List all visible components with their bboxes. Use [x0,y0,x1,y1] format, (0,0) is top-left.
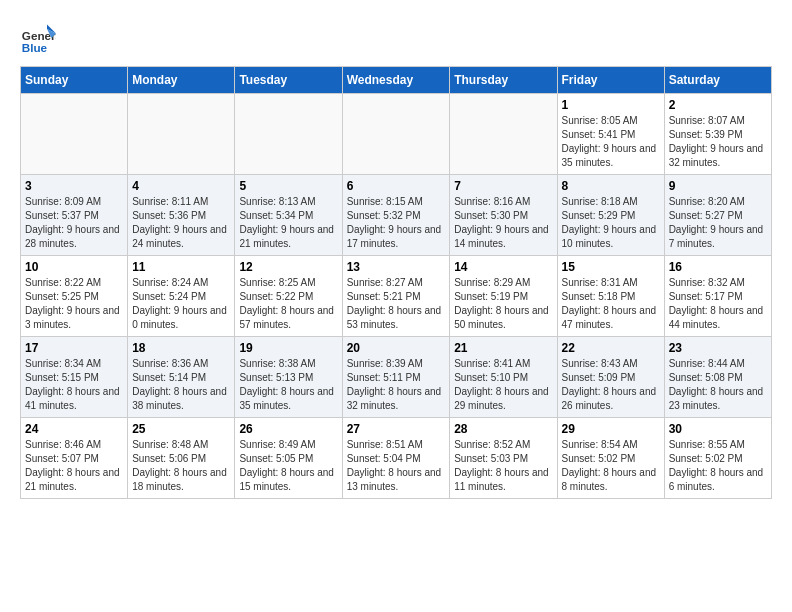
day-info: Sunrise: 8:52 AM Sunset: 5:03 PM Dayligh… [454,438,552,494]
calendar-cell: 15Sunrise: 8:31 AM Sunset: 5:18 PM Dayli… [557,256,664,337]
day-info: Sunrise: 8:36 AM Sunset: 5:14 PM Dayligh… [132,357,230,413]
day-number: 9 [669,179,767,193]
calendar-cell: 24Sunrise: 8:46 AM Sunset: 5:07 PM Dayli… [21,418,128,499]
day-info: Sunrise: 8:05 AM Sunset: 5:41 PM Dayligh… [562,114,660,170]
weekday-sunday: Sunday [21,67,128,94]
day-number: 20 [347,341,446,355]
svg-text:Blue: Blue [22,41,48,54]
calendar-cell [235,94,342,175]
calendar-cell: 26Sunrise: 8:49 AM Sunset: 5:05 PM Dayli… [235,418,342,499]
day-info: Sunrise: 8:43 AM Sunset: 5:09 PM Dayligh… [562,357,660,413]
weekday-tuesday: Tuesday [235,67,342,94]
day-number: 4 [132,179,230,193]
day-info: Sunrise: 8:29 AM Sunset: 5:19 PM Dayligh… [454,276,552,332]
calendar-cell [342,94,450,175]
weekday-wednesday: Wednesday [342,67,450,94]
day-number: 26 [239,422,337,436]
day-number: 15 [562,260,660,274]
day-info: Sunrise: 8:27 AM Sunset: 5:21 PM Dayligh… [347,276,446,332]
calendar-cell: 9Sunrise: 8:20 AM Sunset: 5:27 PM Daylig… [664,175,771,256]
calendar-cell: 16Sunrise: 8:32 AM Sunset: 5:17 PM Dayli… [664,256,771,337]
calendar-cell: 6Sunrise: 8:15 AM Sunset: 5:32 PM Daylig… [342,175,450,256]
day-info: Sunrise: 8:34 AM Sunset: 5:15 PM Dayligh… [25,357,123,413]
day-number: 29 [562,422,660,436]
day-info: Sunrise: 8:54 AM Sunset: 5:02 PM Dayligh… [562,438,660,494]
calendar-week-3: 10Sunrise: 8:22 AM Sunset: 5:25 PM Dayli… [21,256,772,337]
weekday-friday: Friday [557,67,664,94]
day-number: 16 [669,260,767,274]
day-info: Sunrise: 8:46 AM Sunset: 5:07 PM Dayligh… [25,438,123,494]
day-info: Sunrise: 8:48 AM Sunset: 5:06 PM Dayligh… [132,438,230,494]
day-number: 10 [25,260,123,274]
day-info: Sunrise: 8:32 AM Sunset: 5:17 PM Dayligh… [669,276,767,332]
day-info: Sunrise: 8:11 AM Sunset: 5:36 PM Dayligh… [132,195,230,251]
day-number: 27 [347,422,446,436]
day-number: 19 [239,341,337,355]
day-number: 3 [25,179,123,193]
calendar-cell: 3Sunrise: 8:09 AM Sunset: 5:37 PM Daylig… [21,175,128,256]
calendar-cell: 17Sunrise: 8:34 AM Sunset: 5:15 PM Dayli… [21,337,128,418]
day-number: 25 [132,422,230,436]
day-info: Sunrise: 8:38 AM Sunset: 5:13 PM Dayligh… [239,357,337,413]
logo-icon: General Blue [20,20,56,56]
calendar-cell: 28Sunrise: 8:52 AM Sunset: 5:03 PM Dayli… [450,418,557,499]
day-number: 28 [454,422,552,436]
day-info: Sunrise: 8:09 AM Sunset: 5:37 PM Dayligh… [25,195,123,251]
calendar-cell: 19Sunrise: 8:38 AM Sunset: 5:13 PM Dayli… [235,337,342,418]
day-number: 14 [454,260,552,274]
day-info: Sunrise: 8:15 AM Sunset: 5:32 PM Dayligh… [347,195,446,251]
page-header: General Blue [20,20,772,56]
calendar-cell: 23Sunrise: 8:44 AM Sunset: 5:08 PM Dayli… [664,337,771,418]
calendar-cell: 14Sunrise: 8:29 AM Sunset: 5:19 PM Dayli… [450,256,557,337]
calendar-cell: 30Sunrise: 8:55 AM Sunset: 5:02 PM Dayli… [664,418,771,499]
weekday-saturday: Saturday [664,67,771,94]
day-number: 22 [562,341,660,355]
calendar-cell: 20Sunrise: 8:39 AM Sunset: 5:11 PM Dayli… [342,337,450,418]
calendar-cell [450,94,557,175]
calendar-cell: 25Sunrise: 8:48 AM Sunset: 5:06 PM Dayli… [128,418,235,499]
calendar-week-2: 3Sunrise: 8:09 AM Sunset: 5:37 PM Daylig… [21,175,772,256]
calendar-cell: 11Sunrise: 8:24 AM Sunset: 5:24 PM Dayli… [128,256,235,337]
day-number: 30 [669,422,767,436]
day-number: 24 [25,422,123,436]
day-info: Sunrise: 8:07 AM Sunset: 5:39 PM Dayligh… [669,114,767,170]
day-info: Sunrise: 8:49 AM Sunset: 5:05 PM Dayligh… [239,438,337,494]
calendar-cell: 22Sunrise: 8:43 AM Sunset: 5:09 PM Dayli… [557,337,664,418]
calendar-week-4: 17Sunrise: 8:34 AM Sunset: 5:15 PM Dayli… [21,337,772,418]
weekday-header-row: SundayMondayTuesdayWednesdayThursdayFrid… [21,67,772,94]
calendar-week-5: 24Sunrise: 8:46 AM Sunset: 5:07 PM Dayli… [21,418,772,499]
calendar-cell: 2Sunrise: 8:07 AM Sunset: 5:39 PM Daylig… [664,94,771,175]
day-info: Sunrise: 8:20 AM Sunset: 5:27 PM Dayligh… [669,195,767,251]
day-number: 5 [239,179,337,193]
day-number: 6 [347,179,446,193]
day-info: Sunrise: 8:55 AM Sunset: 5:02 PM Dayligh… [669,438,767,494]
calendar-cell: 27Sunrise: 8:51 AM Sunset: 5:04 PM Dayli… [342,418,450,499]
day-number: 18 [132,341,230,355]
day-info: Sunrise: 8:41 AM Sunset: 5:10 PM Dayligh… [454,357,552,413]
day-info: Sunrise: 8:18 AM Sunset: 5:29 PM Dayligh… [562,195,660,251]
day-number: 17 [25,341,123,355]
calendar-cell: 21Sunrise: 8:41 AM Sunset: 5:10 PM Dayli… [450,337,557,418]
calendar-cell: 1Sunrise: 8:05 AM Sunset: 5:41 PM Daylig… [557,94,664,175]
calendar-cell: 5Sunrise: 8:13 AM Sunset: 5:34 PM Daylig… [235,175,342,256]
day-info: Sunrise: 8:39 AM Sunset: 5:11 PM Dayligh… [347,357,446,413]
day-number: 23 [669,341,767,355]
calendar-cell: 10Sunrise: 8:22 AM Sunset: 5:25 PM Dayli… [21,256,128,337]
calendar-cell: 12Sunrise: 8:25 AM Sunset: 5:22 PM Dayli… [235,256,342,337]
day-info: Sunrise: 8:16 AM Sunset: 5:30 PM Dayligh… [454,195,552,251]
calendar-cell: 4Sunrise: 8:11 AM Sunset: 5:36 PM Daylig… [128,175,235,256]
calendar-cell [128,94,235,175]
calendar-cell: 8Sunrise: 8:18 AM Sunset: 5:29 PM Daylig… [557,175,664,256]
calendar-cell: 29Sunrise: 8:54 AM Sunset: 5:02 PM Dayli… [557,418,664,499]
day-number: 21 [454,341,552,355]
calendar-table: SundayMondayTuesdayWednesdayThursdayFrid… [20,66,772,499]
calendar-cell: 7Sunrise: 8:16 AM Sunset: 5:30 PM Daylig… [450,175,557,256]
day-number: 13 [347,260,446,274]
day-info: Sunrise: 8:44 AM Sunset: 5:08 PM Dayligh… [669,357,767,413]
weekday-monday: Monday [128,67,235,94]
weekday-thursday: Thursday [450,67,557,94]
day-number: 11 [132,260,230,274]
day-number: 2 [669,98,767,112]
day-info: Sunrise: 8:22 AM Sunset: 5:25 PM Dayligh… [25,276,123,332]
day-info: Sunrise: 8:51 AM Sunset: 5:04 PM Dayligh… [347,438,446,494]
